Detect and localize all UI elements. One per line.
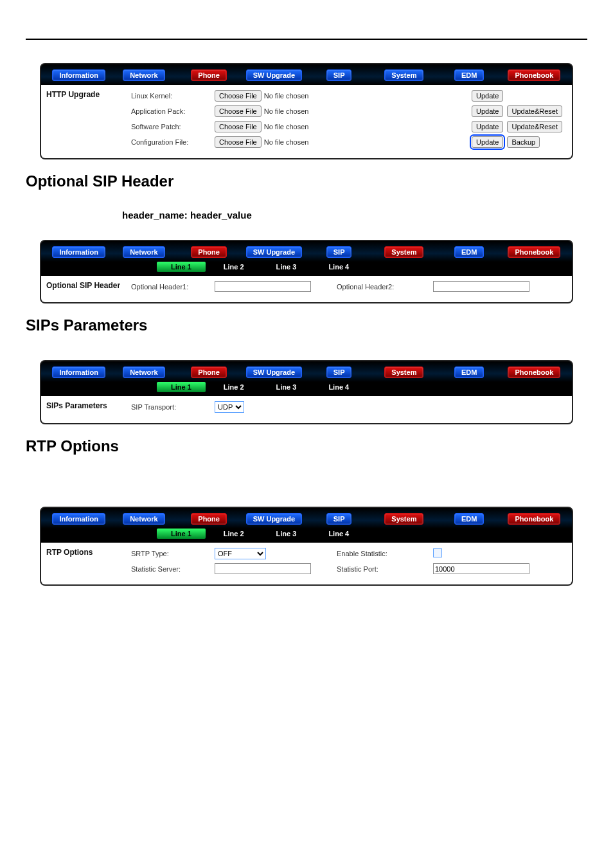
row-application-pack: Application Pack: Choose File No file ch… (131, 105, 567, 117)
row-srtp-enable: SRTP Type: OFF Enable Statistic: (131, 548, 567, 559)
update-reset-button[interactable]: Update&Reset (507, 121, 562, 132)
update-reset-button[interactable]: Update&Reset (507, 105, 562, 117)
line-tabs: Line 1 Line 2 Line 3 Line 4 (157, 382, 572, 396)
nav-edm[interactable]: EDM (454, 366, 484, 378)
nav-system[interactable]: System (384, 246, 423, 258)
heading-sips-params: SIPs Parameters (26, 316, 587, 334)
nav-information[interactable]: Information (52, 366, 105, 378)
optional-sip-title: Optional SIP Header (41, 276, 131, 302)
tab-line3[interactable]: Line 3 (262, 382, 311, 392)
main-nav: Information Network Phone SW Upgrade SIP… (41, 64, 572, 85)
tab-line2[interactable]: Line 2 (209, 382, 258, 392)
choose-file-button[interactable]: Choose File (215, 121, 262, 132)
nav-phone[interactable]: Phone (191, 69, 227, 81)
nav-phonebook[interactable]: Phonebook (508, 366, 560, 378)
srtp-type-select[interactable]: OFF (215, 548, 266, 559)
nav-phonebook[interactable]: Phonebook (508, 69, 560, 81)
srtp-type-label: SRTP Type: (131, 550, 215, 557)
update-button[interactable]: Update (472, 105, 503, 117)
nav-information[interactable]: Information (52, 513, 105, 525)
nav-sw-upgrade[interactable]: SW Upgrade (246, 366, 302, 378)
statistic-server-input[interactable] (215, 563, 311, 574)
choose-file-button[interactable]: Choose File (215, 136, 262, 148)
nav-sw-upgrade[interactable]: SW Upgrade (246, 513, 302, 525)
sip-transport-select[interactable]: UDP (215, 401, 244, 413)
choose-file-button[interactable]: Choose File (215, 105, 262, 117)
nav-system[interactable]: System (384, 513, 423, 525)
backup-button[interactable]: Backup (507, 136, 540, 148)
file-status: No file chosen (264, 107, 309, 115)
header-format-example: header_name: header_value (122, 210, 587, 221)
optional-header1-input[interactable] (215, 281, 311, 292)
row-linux-kernel: Linux Kernel: Choose File No file chosen… (131, 90, 567, 102)
tab-line2[interactable]: Line 2 (209, 262, 258, 272)
nav-network[interactable]: Network (123, 366, 164, 378)
row-software-patch: Software Patch: Choose File No file chos… (131, 121, 567, 132)
file-status: No file chosen (264, 138, 309, 146)
nav-phonebook[interactable]: Phonebook (508, 246, 560, 258)
nav-phone[interactable]: Phone (191, 513, 227, 525)
update-button[interactable]: Update (472, 90, 503, 102)
sips-params-title: SIPs Parameters (41, 396, 131, 423)
nav-sip[interactable]: SIP (326, 69, 352, 81)
optional-header1-label: Optional Header1: (131, 283, 215, 291)
http-upgrade-fields: Linux Kernel: Choose File No file chosen… (131, 85, 572, 158)
optional-header2-input[interactable] (433, 281, 529, 292)
file-status: No file chosen (264, 92, 309, 100)
tab-line4[interactable]: Line 4 (314, 262, 363, 272)
nav-sip[interactable]: SIP (326, 513, 352, 525)
nav-phonebook[interactable]: Phonebook (508, 513, 560, 525)
nav-information[interactable]: Information (52, 69, 105, 81)
tab-line3[interactable]: Line 3 (262, 262, 311, 272)
main-nav: Information Network Phone SW Upgrade SIP… (41, 361, 572, 382)
rtp-options-panel: Information Network Phone SW Upgrade SIP… (40, 507, 573, 586)
main-nav: Information Network Phone SW Upgrade SIP… (41, 508, 572, 529)
update-button[interactable]: Update (472, 136, 503, 148)
nav-sw-upgrade[interactable]: SW Upgrade (246, 69, 302, 81)
row-stat-server-port: Statistic Server: Statistic Port: (131, 563, 567, 574)
tab-line4[interactable]: Line 4 (314, 382, 363, 392)
label: Configuration File: (131, 138, 215, 146)
nav-system[interactable]: System (384, 366, 423, 378)
heading-optional-sip: Optional SIP Header (26, 172, 587, 190)
nav-information[interactable]: Information (52, 246, 105, 258)
update-button[interactable]: Update (472, 121, 503, 132)
http-upgrade-panel: Information Network Phone SW Upgrade SIP… (40, 63, 573, 159)
http-upgrade-title: HTTP Upgrade (41, 85, 131, 158)
nav-sw-upgrade[interactable]: SW Upgrade (246, 246, 302, 258)
tab-line2[interactable]: Line 2 (209, 529, 258, 539)
nav-sip[interactable]: SIP (326, 246, 352, 258)
nav-phone[interactable]: Phone (191, 246, 227, 258)
row-configuration-file: Configuration File: Choose File No file … (131, 136, 567, 148)
nav-edm[interactable]: EDM (454, 246, 484, 258)
nav-sip[interactable]: SIP (326, 366, 352, 378)
line-tabs: Line 1 Line 2 Line 3 Line 4 (157, 529, 572, 543)
nav-phone[interactable]: Phone (191, 366, 227, 378)
label: Software Patch: (131, 123, 215, 131)
tab-line3[interactable]: Line 3 (262, 529, 311, 539)
optional-header2-label: Optional Header2: (337, 283, 433, 291)
main-nav: Information Network Phone SW Upgrade SIP… (41, 241, 572, 262)
heading-rtp-options: RTP Options (26, 437, 587, 455)
label: Application Pack: (131, 107, 215, 115)
nav-edm[interactable]: EDM (454, 69, 484, 81)
nav-system[interactable]: System (384, 69, 423, 81)
tab-line1[interactable]: Line 1 (157, 382, 206, 392)
file-status: No file chosen (264, 123, 309, 131)
nav-edm[interactable]: EDM (454, 513, 484, 525)
tab-line1[interactable]: Line 1 (157, 529, 206, 539)
statistic-port-label: Statistic Port: (337, 565, 433, 573)
enable-statistic-label: Enable Statistic: (337, 550, 433, 557)
nav-network[interactable]: Network (123, 513, 164, 525)
nav-network[interactable]: Network (123, 69, 164, 81)
sip-transport-label: SIP Transport: (131, 403, 215, 411)
nav-network[interactable]: Network (123, 246, 164, 258)
statistic-server-label: Statistic Server: (131, 565, 215, 573)
choose-file-button[interactable]: Choose File (215, 90, 262, 102)
row-sip-transport: SIP Transport: UDP (131, 401, 567, 413)
enable-statistic-checkbox[interactable] (433, 548, 442, 557)
page-divider (26, 39, 587, 40)
tab-line4[interactable]: Line 4 (314, 529, 363, 539)
statistic-port-input[interactable] (433, 563, 529, 574)
tab-line1[interactable]: Line 1 (157, 262, 206, 272)
